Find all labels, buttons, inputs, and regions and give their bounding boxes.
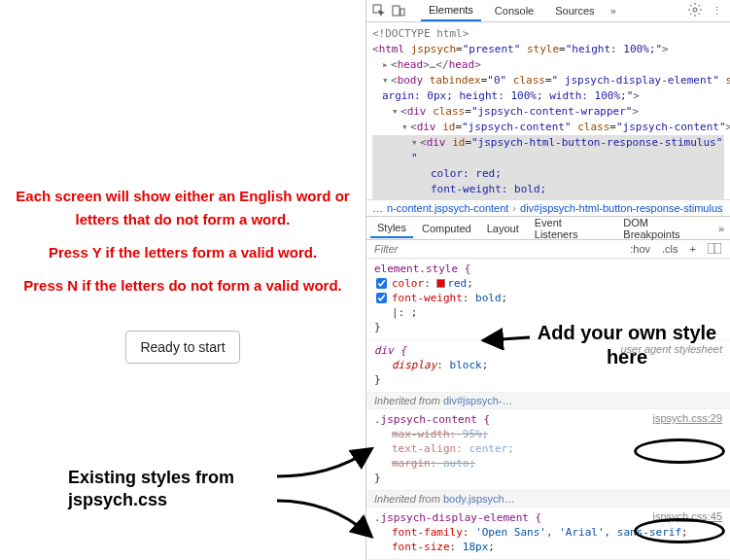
breadcrumb-item[interactable]: n-content.jspsych-content [387, 202, 508, 214]
inspect-icon[interactable] [372, 4, 386, 18]
style-enable-checkbox[interactable] [376, 293, 387, 303]
ua-stylesheet-label: user agent stylesheet [620, 342, 722, 357]
svg-rect-1 [393, 6, 400, 16]
devtools-topbar: Elements Console Sources » ⋮ [366, 0, 730, 22]
page-root: Each screen will show either an English … [0, 0, 730, 560]
tab-layout[interactable]: Layout [480, 220, 526, 237]
kebab-menu-icon[interactable]: ⋮ [710, 5, 724, 18]
gear-icon[interactable] [686, 3, 704, 19]
tab-dom-breakpoints[interactable]: DOM Breakpoints [616, 214, 714, 243]
css-rule-div-ua[interactable]: user agent stylesheet div { display: blo… [366, 340, 730, 393]
css-rule-display-element[interactable]: jspsych.css:45 .jspsych-display-element … [366, 508, 730, 560]
style-enable-checkbox[interactable] [376, 278, 387, 289]
devtools-panel: Elements Console Sources » ⋮ <!DOCTYPE h… [365, 0, 730, 560]
more-styles-tabs-icon[interactable]: » [716, 223, 726, 234]
styles-filter-input[interactable] [372, 242, 511, 256]
instruction-line-2: Press Y if the letters form a valid word… [10, 241, 356, 264]
breadcrumb-dots: … [372, 202, 383, 214]
stylesheet-link[interactable]: jspsych.css:29 [652, 411, 722, 426]
svg-point-3 [693, 8, 697, 12]
svg-line-11 [699, 5, 701, 7]
tab-sources[interactable]: Sources [547, 1, 602, 20]
instruction-line-1: Each screen will show either an English … [10, 185, 356, 231]
svg-line-10 [690, 13, 692, 15]
experiment-pane: Each screen will show either an English … [0, 0, 365, 560]
ready-button[interactable]: Ready to start [125, 331, 239, 364]
new-style-caret[interactable]: |: ; [374, 305, 722, 320]
css-rule-element-style[interactable]: element.style { color: red; font-weight:… [366, 259, 730, 340]
styles-tabs: Styles Computed Layout Event Listeners D… [366, 217, 730, 240]
stylesheet-link[interactable]: jspsych.css:45 [652, 509, 722, 524]
css-rule-jspsych-content[interactable]: jspsych.css:29 .jspsych-content { max-wi… [366, 409, 730, 491]
tab-styles[interactable]: Styles [370, 219, 413, 238]
svg-line-9 [699, 13, 701, 15]
inherited-from-label: Inherited from body.jspsych… [366, 491, 730, 508]
hov-toggle[interactable]: :hov [627, 243, 653, 255]
styles-filter-row: :hov .cls + [366, 240, 730, 259]
new-rule-plus-icon[interactable]: + [687, 243, 699, 255]
instructions-block: Each screen will show either an English … [10, 175, 356, 307]
more-tabs-icon[interactable]: » [608, 5, 619, 18]
color-swatch-icon[interactable] [436, 279, 445, 288]
computed-toggle-icon[interactable] [705, 243, 724, 256]
instruction-line-3: Press N if the letters do not form a val… [10, 274, 356, 298]
cls-toggle[interactable]: .cls [659, 243, 681, 255]
breadcrumb-item[interactable]: div#jspsych-html-button-response-stimulu… [520, 202, 722, 214]
dom-doctype: <!DOCTYPE html> [372, 26, 724, 42]
svg-rect-2 [400, 9, 404, 16]
dom-tree[interactable]: <!DOCTYPE html> <html jspsych="present" … [366, 22, 730, 200]
dom-selected-node[interactable]: <div id="jspsych-html-button-response-st… [372, 135, 724, 151]
device-toolbar-icon[interactable] [392, 4, 405, 18]
inherited-from-label: Inherited from div#jspsych-… [366, 393, 730, 409]
tab-computed[interactable]: Computed [415, 220, 478, 237]
tab-event-listeners[interactable]: Event Listeners [528, 214, 615, 243]
tab-elements[interactable]: Elements [421, 0, 481, 21]
svg-line-8 [690, 5, 692, 7]
tab-console[interactable]: Console [487, 1, 541, 20]
